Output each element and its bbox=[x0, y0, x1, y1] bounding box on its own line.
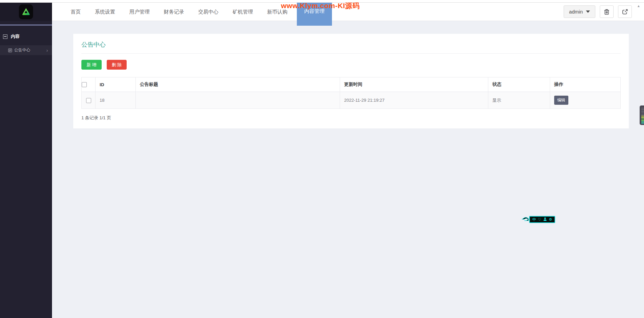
logout-export-button[interactable] bbox=[618, 5, 632, 18]
sidebar-section-label: 内容 bbox=[11, 33, 20, 40]
nav-item-home[interactable]: 首页 bbox=[71, 9, 81, 15]
settings-gear-icon[interactable]: ⚙ bbox=[549, 218, 552, 221]
column-header-status: 状态 bbox=[488, 77, 550, 92]
nav-item-miner-management[interactable]: 矿机管理 bbox=[233, 9, 253, 15]
collapse-minus-icon bbox=[3, 34, 7, 39]
edit-button[interactable]: 编辑 bbox=[554, 96, 568, 105]
sidebar-item-label: 公告中心 bbox=[14, 47, 30, 53]
sidebar-section-content[interactable]: 内容 bbox=[0, 25, 52, 40]
logo-block bbox=[0, 3, 52, 21]
floating-translate-widget: 中 ♡ ⚙ bbox=[522, 216, 555, 223]
sidebar-item-announcement-center[interactable]: 公告中心 › bbox=[0, 45, 52, 55]
nav-item-system-settings[interactable]: 系统设置 bbox=[95, 9, 115, 15]
cell-id: 18 bbox=[96, 92, 136, 109]
nav-item-finance-records[interactable]: 财务记录 bbox=[164, 9, 184, 15]
cell-status: 显示 bbox=[488, 92, 550, 109]
announcement-center-card: 公告中心 新 增 删 除 ID 公告标题 更新时间 状态 操作 18 202 bbox=[73, 34, 629, 128]
column-header-title: 公告标题 bbox=[136, 77, 340, 92]
chevron-right-icon: › bbox=[46, 48, 48, 53]
toolbar: 新 增 删 除 bbox=[81, 60, 621, 70]
translate-widget-pill: 中 ♡ ⚙ bbox=[529, 216, 555, 223]
minimap-stripes bbox=[641, 107, 644, 124]
trash-button[interactable] bbox=[600, 5, 614, 18]
export-icon bbox=[622, 9, 628, 15]
nav-item-trade-center[interactable]: 交易中心 bbox=[198, 9, 218, 15]
translate-zh-icon[interactable]: 中 bbox=[532, 218, 536, 221]
column-header-updated: 更新时间 bbox=[340, 77, 488, 92]
add-button[interactable]: 新 增 bbox=[81, 60, 102, 70]
delete-button[interactable]: 删 除 bbox=[107, 60, 127, 70]
cell-title bbox=[136, 92, 340, 109]
dropdown-caret-icon bbox=[586, 10, 590, 13]
app-logo[interactable] bbox=[19, 4, 33, 19]
watermark-text: www.Klym.com-KI源码 bbox=[281, 1, 360, 10]
announcements-table: ID 公告标题 更新时间 状态 操作 18 2022-11-29 21:19:2… bbox=[81, 77, 621, 109]
sidebar: 内容 公告中心 › bbox=[0, 21, 52, 318]
user-bust-icon[interactable] bbox=[543, 217, 547, 222]
admin-user-menu[interactable]: admin bbox=[564, 5, 595, 18]
swoosh-bird-icon[interactable] bbox=[522, 216, 529, 223]
admin-user-label: admin bbox=[569, 9, 583, 15]
select-all-checkbox[interactable] bbox=[82, 82, 87, 87]
favorite-heart-icon[interactable]: ♡ bbox=[538, 218, 541, 221]
cell-updated-at: 2022-11-29 21:19:27 bbox=[340, 92, 488, 109]
pagination-summary: 1 条记录 1/1 页 bbox=[81, 115, 621, 121]
trash-icon bbox=[604, 9, 610, 15]
scrollbar-minimap-widget[interactable] bbox=[640, 105, 644, 125]
scroll-up-arrow-icon[interactable]: ▲ bbox=[637, 4, 640, 8]
table-row: 18 2022-11-29 21:19:27 显示 编辑 bbox=[82, 92, 621, 109]
document-list-icon bbox=[8, 48, 12, 52]
column-header-id: ID bbox=[96, 77, 136, 92]
column-header-actions: 操作 bbox=[550, 77, 621, 92]
logo-a-icon bbox=[21, 7, 31, 17]
nav-item-user-management[interactable]: 用户管理 bbox=[129, 9, 150, 15]
row-checkbox[interactable] bbox=[86, 98, 91, 103]
table-header-row: ID 公告标题 更新时间 状态 操作 bbox=[82, 77, 621, 92]
page-title: 公告中心 bbox=[81, 41, 621, 54]
